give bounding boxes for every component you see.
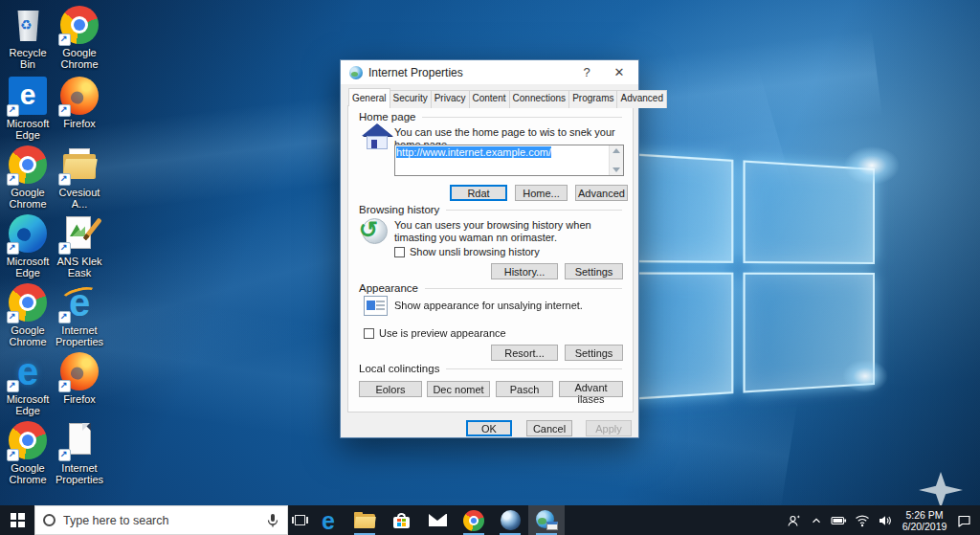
action-center-icon: [956, 513, 972, 528]
cancel-button[interactable]: Cancel: [526, 420, 572, 436]
advant-ilases-button[interactable]: Advant ilases: [559, 381, 623, 397]
wifi-button[interactable]: [851, 505, 874, 535]
taskbar-search[interactable]: [34, 505, 288, 535]
home-page-url-text[interactable]: http://www.internet.example.com/: [395, 145, 609, 175]
taskbar-mail-button[interactable]: [419, 505, 456, 535]
desktop-icon-microsoft-edge[interactable]: Microsoft Edge: [0, 352, 56, 416]
desktop-icon-internet-properties[interactable]: Internet Properties: [52, 283, 107, 347]
desktop-icon-google-chrome[interactable]: Google Chrome: [52, 6, 107, 70]
windows-start-icon: [11, 513, 25, 527]
desktop-icon-google-chrome[interactable]: Google Chrome: [0, 421, 56, 485]
appearance-icon: [364, 296, 388, 316]
taskbar-file-explorer-button[interactable]: [346, 505, 383, 535]
action-center-button[interactable]: [952, 505, 976, 535]
desktop-icon-label: Microsoft Edge: [0, 118, 56, 141]
home-icon: [362, 123, 392, 152]
microsoft-store-icon: [393, 513, 410, 528]
windows-logo: [619, 152, 875, 400]
desktop-icon-internet-properties[interactable]: Internet Properties: [52, 421, 107, 485]
internet-properties-icon: [536, 510, 558, 530]
dialog-title: Internet Properties: [368, 66, 568, 79]
resort-button[interactable]: Resort...: [491, 345, 558, 361]
start-button[interactable]: [0, 505, 34, 535]
apply-button[interactable]: Apply: [586, 420, 632, 436]
tab-security[interactable]: Security: [390, 90, 432, 108]
home-page-heading-label: Home page: [359, 111, 415, 123]
tab-general[interactable]: General: [348, 88, 390, 106]
home-button[interactable]: Home...: [515, 185, 568, 201]
tray-overflow-button[interactable]: [806, 505, 827, 535]
tab-programs[interactable]: Programs: [568, 90, 617, 108]
windows-logo-pane: [744, 272, 875, 392]
home-page-url-selected[interactable]: http://www.internet.example.com/: [396, 146, 551, 158]
tab-content[interactable]: Content: [469, 90, 510, 108]
volume-button[interactable]: [874, 505, 897, 535]
battery-button[interactable]: [827, 505, 851, 535]
desktop-icon-microsoft-edge[interactable]: Microsoft Edge: [0, 77, 56, 141]
system-tray: 5:26 PM 6/20/2019: [782, 505, 976, 535]
scroll-up-icon[interactable]: [612, 148, 620, 153]
shortcut-arrow-icon: [58, 449, 71, 461]
chrome-icon: [60, 6, 99, 44]
history-button[interactable]: History...: [491, 263, 558, 279]
pasch-button[interactable]: Pasch: [496, 381, 553, 397]
desktop-icon-firefox[interactable]: Firefox: [52, 352, 107, 405]
eolors-button[interactable]: Eolors: [359, 381, 422, 397]
edge-icon: [9, 352, 47, 390]
desktop-icon-label: Microsoft Edge: [0, 256, 56, 279]
help-button[interactable]: ?: [573, 60, 600, 84]
tray-clock[interactable]: 5:26 PM 6/20/2019: [897, 509, 952, 532]
shortcut-arrow-icon: [58, 380, 71, 392]
desktop-icon-ans-klek[interactable]: ANS Klek Eask: [52, 214, 107, 279]
folder-icon: [60, 145, 99, 184]
rdat-button[interactable]: Rdat: [450, 185, 507, 201]
desktop-icon-firefox[interactable]: Firefox: [52, 77, 107, 129]
dec-nomet-button[interactable]: Dec nomet: [427, 381, 490, 397]
taskbar-edge-button[interactable]: e: [310, 505, 346, 535]
taskbar-internet-properties-button[interactable]: [528, 505, 565, 535]
tab-connections[interactable]: Connections: [509, 90, 570, 108]
document-icon: [60, 421, 99, 459]
checkbox-icon[interactable]: [394, 247, 405, 257]
preview-appearance-checkbox[interactable]: Use is preview appearance: [364, 327, 506, 339]
ok-button[interactable]: OK: [466, 420, 512, 436]
desktop-icon-cvesiout[interactable]: Cvesiout A...: [52, 145, 107, 210]
internet-properties-dialog: Internet Properties ? ✕ General Security…: [340, 59, 639, 438]
local-connections-heading-label: Local colinctings: [359, 363, 439, 374]
url-box-scrollbar[interactable]: [609, 145, 623, 175]
chrome-icon: [463, 510, 484, 531]
file-explorer-icon: [354, 512, 375, 528]
tab-advanced[interactable]: Advanced: [616, 90, 666, 108]
desktop-icon-label: Firefox: [52, 118, 107, 129]
microphone-icon[interactable]: [266, 513, 279, 528]
page-pencil-icon: [60, 214, 99, 253]
taskbar-store-button[interactable]: [383, 505, 419, 535]
desktop-icon-microsoft-edge[interactable]: Microsoft Edge: [0, 214, 56, 279]
search-input[interactable]: [63, 514, 258, 527]
checkbox-icon[interactable]: [364, 328, 374, 339]
people-button[interactable]: [782, 505, 806, 535]
internet-explorer-icon: [60, 283, 99, 322]
show-browsing-history-checkbox[interactable]: Show unsli browsing history: [394, 246, 540, 257]
advanced-button[interactable]: Advanced: [575, 185, 628, 201]
history-icon: [362, 218, 388, 244]
scroll-down-icon[interactable]: [612, 167, 620, 172]
appearance-heading-label: Appearance: [359, 282, 418, 294]
desktop-icon-recycle-bin[interactable]: Recycle Bin: [0, 6, 56, 70]
desktop-icon-label: Cvesiout A...: [52, 187, 107, 210]
internet-properties-icon: [349, 66, 363, 79]
home-page-url-box[interactable]: http://www.internet.example.com/: [394, 145, 624, 176]
browsing-history-section-heading: Browsing history: [359, 204, 622, 215]
history-settings-button[interactable]: Settings: [565, 263, 623, 279]
taskbar-network-globe-button[interactable]: [492, 505, 528, 535]
dialog-titlebar[interactable]: Internet Properties ? ✕: [341, 60, 638, 84]
desktop-icon-google-chrome[interactable]: Google Chrome: [0, 145, 56, 210]
desktop-icon-google-chrome[interactable]: Google Chrome: [0, 283, 56, 347]
close-button[interactable]: ✕: [606, 60, 633, 84]
taskbar-chrome-button[interactable]: [456, 505, 492, 535]
tab-privacy[interactable]: Privacy: [431, 90, 470, 108]
tray-time: 5:26 PM: [897, 509, 952, 521]
speaker-icon: [878, 514, 893, 527]
appearance-settings-button[interactable]: Settings: [565, 345, 623, 361]
windows-logo-pane: [744, 160, 875, 263]
